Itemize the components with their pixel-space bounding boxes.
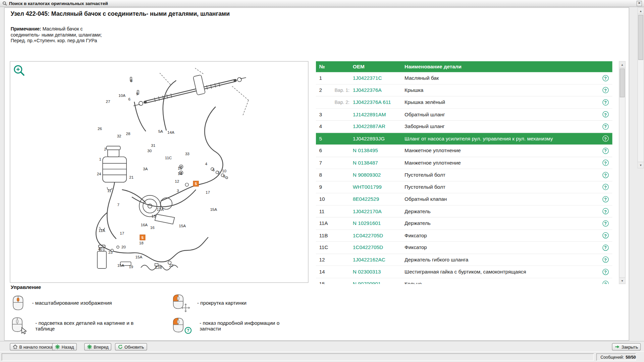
oem-code-link[interactable]: 1J0422376A 611 [353,100,405,105]
oem-code-link[interactable]: 1J0422371C [353,75,405,81]
diagram-callout[interactable]: 17 [120,231,124,235]
help-icon[interactable]: ? [602,160,608,166]
help-icon[interactable]: ? [602,148,608,154]
diagram-callout[interactable]: 21 [129,175,133,179]
diagram-callout[interactable]: 15A [210,207,217,212]
diagram-callout[interactable]: 15A [117,263,124,267]
diagram-callout[interactable]: 7 [117,202,119,207]
diagram-callout[interactable]: 11A [99,228,105,233]
help-cell[interactable]: ? [598,208,612,214]
table-row[interactable]: 8N 90809302Пустотелый болт? [316,169,612,181]
diagram-callout[interactable]: 10A [118,93,125,98]
diagram-callout[interactable]: 30 [147,148,152,153]
table-row[interactable]: Вар. 2:1J0422376A 611Крышка зелёный? [316,97,612,109]
help-icon[interactable]: ? [602,135,608,141]
table-row[interactable]: 108E0422529Обратный клапан? [316,193,612,205]
help-cell[interactable]: ? [598,184,612,190]
help-cell[interactable]: ? [598,281,612,284]
oem-code-link[interactable]: N 90809302 [353,172,405,178]
window-scroll-thumb[interactable] [638,15,643,60]
oem-code-link[interactable]: 1J0422170A [353,208,405,214]
oem-code-link[interactable]: 1J0422887AR [353,124,405,129]
diagram-callout[interactable]: 10 [222,169,226,173]
diagram-callout[interactable]: 1 [99,157,101,161]
table-row[interactable]: 111J0422170AДержатель? [316,205,612,218]
diagram-callout[interactable]: 27 [106,99,110,104]
help-cell[interactable]: ? [598,99,612,105]
table-row[interactable]: 7N 0138487Манжетное уплотнение? [316,157,612,169]
oem-code-link[interactable]: WHT001799 [353,184,405,190]
help-cell[interactable]: ? [598,257,612,263]
help-icon[interactable]: ? [602,123,608,129]
diagram-callout[interactable]: 17 [206,190,210,194]
help-cell[interactable]: ? [598,148,612,154]
diagram-callout[interactable]: 20 [121,245,126,249]
oem-code-link[interactable]: N 0138495 [353,148,405,154]
refresh-button[interactable]: Обновить [115,343,147,351]
help-cell[interactable]: ? [598,87,612,93]
help-icon[interactable]: ? [602,232,608,238]
diagram-callout[interactable]: 13 [151,214,156,218]
help-cell[interactable]: ? [598,75,612,81]
table-row[interactable]: 15N 90700901Кольцо? [316,278,612,284]
help-cell[interactable]: ? [598,244,612,250]
diagram-callout[interactable]: 16A [141,223,148,227]
help-cell[interactable]: ? [598,160,612,166]
help-icon[interactable]: ? [602,87,608,93]
help-icon[interactable]: ? [602,244,608,250]
diagram-callout[interactable]: 9 [223,174,225,178]
help-icon[interactable]: ? [602,257,608,263]
help-cell[interactable]: ? [598,232,612,238]
table-row[interactable]: 2Вар. 1:1J0422376AКрышка? [316,84,612,97]
table-scroll-thumb[interactable] [620,68,625,97]
diagram-callout[interactable]: 5A [158,129,163,133]
diagram-callout[interactable]: 26 [98,126,102,131]
diagram-callout[interactable]: 7 [217,171,219,175]
diagram-callout[interactable]: 12 [175,179,179,183]
table-row[interactable]: 41J0422887ARЗаборный шланг? [316,121,612,133]
diagram-callout[interactable]: 14A [167,130,174,134]
oem-code-link[interactable]: N 02300313 [353,269,405,275]
diagram-callout[interactable]: 11C [165,156,172,160]
help-icon[interactable]: ? [602,220,608,226]
help-cell[interactable]: ? [598,135,612,141]
close-button[interactable]: Закрыть [612,343,641,351]
help-icon[interactable]: ? [602,111,608,117]
help-icon[interactable]: ? [602,208,608,214]
table-row[interactable]: 9WHT001799Пустотелый болт? [316,181,612,193]
oem-code-link[interactable]: N 0138487 [353,160,405,166]
table-scroll-down-icon[interactable]: ▼ [620,278,625,284]
oem-code-link[interactable]: 1J0422893JG [353,136,405,141]
diagram-callout[interactable]: 5 [142,236,144,240]
oem-code-link[interactable]: N 90700901 [353,281,405,284]
oem-code-link[interactable]: 1J0422376A [353,87,405,93]
diagram-callout[interactable]: 23 [108,250,113,254]
table-scroll-up-icon[interactable]: ▲ [620,62,625,68]
table-row[interactable]: 6N 0138495Манжетное уплотнение? [316,145,612,157]
diagram-callout[interactable]: 32 [117,134,121,138]
help-icon[interactable]: ? [602,281,608,284]
diagram-callout[interactable]: 24 [97,172,101,176]
diagram-callout[interactable]: 8 [130,78,132,83]
diagram-callout[interactable]: 19 [129,264,133,269]
oem-code-link[interactable]: N 10291601 [353,221,405,226]
oem-code-link[interactable]: 1J1422891AM [353,112,405,117]
diagram-callout[interactable]: 3A [143,167,148,171]
diagram-callout[interactable]: 3 [177,188,179,193]
home-button[interactable]: В начало поиска [10,343,55,351]
window-scroll-down-icon[interactable]: ▼ [638,162,644,168]
help-icon[interactable]: ? [602,99,608,105]
diagram-callout[interactable]: 15 [178,166,182,170]
table-row[interactable]: 121J0422162ACДержатель гибкого шланга? [316,254,612,266]
diagram-callout[interactable]: 40 [98,247,102,251]
parts-diagram[interactable]: 810A692714A5A32262823130241213A151411C33… [10,61,308,283]
table-row[interactable]: 31J1422891AMОбратный шланг? [316,109,612,121]
help-cell[interactable]: ? [598,269,612,275]
help-icon[interactable]: ? [602,184,608,190]
diagram-callout[interactable]: 5 [195,182,197,186]
oem-code-link[interactable]: 1J0422162AC [353,257,405,262]
help-icon[interactable]: ? [602,196,608,202]
diagram-callout[interactable]: 31 [151,143,155,147]
help-icon[interactable]: ? [602,172,608,178]
diagram-callout[interactable]: 11 [107,188,111,193]
